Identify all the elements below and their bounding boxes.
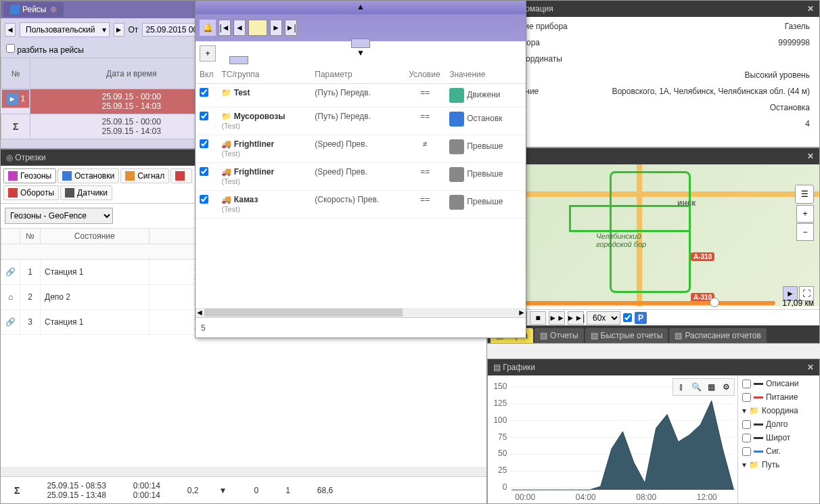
- chart-tool-3[interactable]: ▦: [704, 380, 718, 394]
- mode-dropdown[interactable]: Пользовательский ▾: [20, 22, 110, 37]
- close-icon[interactable]: ✕: [807, 152, 814, 161]
- chart-icon: ▤: [493, 363, 501, 372]
- info-row: Название прибораГазель: [488, 18, 819, 35]
- sigma-icon: Σ: [13, 121, 18, 132]
- segment-tab[interactable]: Остановки: [58, 168, 119, 183]
- nav-prev-button[interactable]: ◄: [233, 20, 246, 36]
- slider-knob[interactable]: [710, 298, 719, 307]
- nav-first-button[interactable]: |◄: [219, 20, 231, 36]
- rule-enabled-checkbox[interactable]: [200, 112, 208, 120]
- legend-item[interactable]: Широт: [739, 431, 818, 444]
- rule-enabled-checkbox[interactable]: [200, 139, 208, 148]
- split-checkbox[interactable]: [6, 44, 15, 53]
- tree-toggle-icon[interactable]: ▾: [742, 406, 746, 415]
- legend-item[interactable]: Сиг.: [739, 444, 818, 458]
- parking-icon: P: [635, 312, 647, 324]
- legend-checkbox[interactable]: [742, 380, 751, 388]
- legend-checkbox[interactable]: [742, 447, 751, 456]
- info-row: Сиг.Высокий уровень: [488, 67, 819, 83]
- chart-toolbar: ⫿ 🔍 ▦ ⚙: [673, 378, 735, 396]
- speed-dropdown[interactable]: 60x: [587, 311, 620, 325]
- map-tab[interactable]: ▤Отчеты: [534, 328, 583, 343]
- dock-arrow-up-icon[interactable]: ▲: [357, 2, 365, 12]
- col-cond: Условие: [405, 66, 445, 84]
- close-icon[interactable]: ⊗: [50, 5, 57, 14]
- tab-icon: [65, 188, 74, 198]
- legend-checkbox[interactable]: [742, 393, 751, 402]
- legend-item[interactable]: Описани: [739, 377, 818, 390]
- add-rule-button[interactable]: +: [200, 45, 216, 62]
- horizontal-scrollbar[interactable]: ◄ ►: [196, 308, 526, 317]
- forward-button[interactable]: ►►: [549, 311, 565, 325]
- rule-row[interactable]: 🚚 Frightliner(Test) (Speed) Прев. == Пре…: [196, 163, 526, 191]
- dock-handle[interactable]: [351, 39, 370, 48]
- tab-icon: [62, 171, 72, 181]
- nav-next-button[interactable]: ►: [270, 20, 282, 36]
- segment-tab[interactable]: [170, 168, 192, 183]
- result-badge-icon: [449, 112, 464, 127]
- info-row: положениеВоровского, 1А, Челябинск, Челя…: [488, 83, 819, 99]
- prev-button[interactable]: ◄: [5, 23, 16, 37]
- tab-icon: [125, 171, 135, 181]
- segments-icon: ◎: [6, 153, 13, 162]
- legend-item[interactable]: Питание: [739, 390, 818, 404]
- next-button[interactable]: ►: [114, 23, 124, 37]
- segments-summary: Σ 25.09.15 - 08:5325.09.15 - 13:48 0:00:…: [1, 476, 486, 503]
- nav-last-button[interactable]: ►|: [285, 20, 297, 36]
- rule-enabled-checkbox[interactable]: [200, 167, 208, 176]
- svg-text:50: 50: [498, 449, 507, 458]
- col-state: Состояние: [41, 229, 150, 244]
- svg-text:04:00: 04:00: [576, 492, 596, 502]
- truck-icon: 🚚: [221, 139, 231, 149]
- stop-button[interactable]: ■: [530, 311, 546, 325]
- legend-item[interactable]: ▾📁Координа: [739, 404, 818, 417]
- legend-item[interactable]: ▾📁Путь: [739, 458, 818, 472]
- rule-row[interactable]: 🚚 Камаз(Test) (Скорость) Прев. == Превыш…: [196, 191, 526, 219]
- bell-icon[interactable]: 🔔: [200, 20, 216, 36]
- close-icon[interactable]: ✕: [807, 363, 814, 372]
- dock-arrow-down-icon[interactable]: ▼: [357, 48, 365, 58]
- svg-text:00:00: 00:00: [515, 492, 535, 502]
- segment-tab[interactable]: Сигнал: [120, 168, 169, 183]
- dock-handle-2[interactable]: [229, 56, 248, 64]
- map-tab[interactable]: ▤Быстрые отчеты: [585, 328, 668, 343]
- legend-item[interactable]: Долго: [739, 417, 818, 431]
- rule-row[interactable]: 📁 Мусоровозы(Test) (Путь) Передв. == Ост…: [196, 108, 526, 135]
- chart-tool-2[interactable]: 🔍: [689, 380, 703, 394]
- segment-tab[interactable]: Обороты: [3, 185, 59, 200]
- legend-checkbox[interactable]: [742, 420, 751, 429]
- layers-icon[interactable]: ☰: [795, 185, 814, 204]
- segment-tab[interactable]: Датчики: [60, 185, 112, 200]
- from-label: От: [129, 25, 139, 35]
- parking-checkbox[interactable]: [623, 313, 632, 322]
- chart-tool-4[interactable]: ⚙: [719, 380, 733, 394]
- rule-row[interactable]: 📁 Test (Путь) Передв. == Движени: [196, 84, 526, 108]
- split-checkbox-label[interactable]: разбить на рейсы: [6, 44, 84, 55]
- chart-tool-1[interactable]: ⫿: [675, 380, 688, 394]
- tree-toggle-icon[interactable]: ▾: [742, 460, 746, 469]
- folder-icon: 📁: [749, 406, 759, 415]
- legend-checkbox[interactable]: [742, 434, 751, 442]
- info-panel: ⓘ Информация ✕ Название прибораГазель№ п…: [487, 0, 820, 147]
- rule-enabled-checkbox[interactable]: [200, 195, 208, 204]
- horizontal-scrollbar[interactable]: [1, 467, 486, 476]
- dock-top-handle[interactable]: [351, 0, 370, 1]
- charts-titlebar: ▤ Графики ✕: [488, 359, 819, 375]
- rule-row[interactable]: 🚚 Frightliner(Test) (Speed) Прев. ≠ Прев…: [196, 135, 526, 163]
- geofence-dropdown[interactable]: Геозоны - GeoFence: [5, 208, 113, 224]
- zoom-out-button[interactable]: −: [796, 223, 814, 241]
- distance-slider[interactable]: [493, 301, 775, 305]
- map-tab[interactable]: ▤Расписание отчетов: [669, 328, 766, 343]
- info-row: № прибора9999998: [488, 35, 819, 51]
- close-icon[interactable]: ✕: [807, 4, 814, 14]
- rule-enabled-checkbox[interactable]: [200, 88, 208, 97]
- dropdown-icon[interactable]: ▼: [206, 486, 241, 495]
- dock-center-icon[interactable]: [248, 20, 267, 36]
- segment-tab[interactable]: Геозоны: [3, 168, 56, 183]
- svg-text:25: 25: [498, 465, 507, 475]
- map-canvas[interactable]: инск Челябинский городской бор А-310 А-3…: [488, 164, 819, 306]
- rules-floating-panel: ▲ 🔔 |◄ ◄ ► ►| ▼ + Вкл ТС/группа Параметр…: [195, 0, 526, 338]
- skip-end-button[interactable]: ►►|: [568, 311, 584, 325]
- trips-tab[interactable]: Рейсы ⊗: [3, 2, 64, 17]
- zoom-in-button[interactable]: +: [796, 205, 814, 223]
